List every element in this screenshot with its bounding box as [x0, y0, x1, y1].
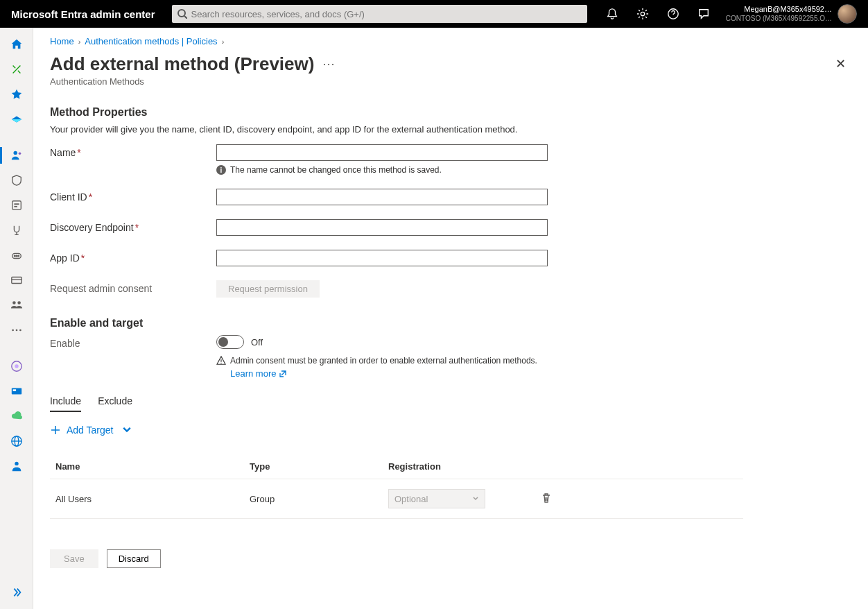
svg-point-16 [17, 301, 21, 304]
svg-point-5 [18, 153, 21, 155]
feedback-icon[interactable] [690, 0, 718, 28]
nav-global[interactable] [0, 430, 33, 452]
nav-more[interactable] [0, 319, 33, 341]
enable-warning: Admin consent must be granted in order t… [230, 356, 537, 366]
col-type: Type [244, 454, 383, 479]
svg-point-4 [13, 151, 17, 155]
svg-line-1 [184, 16, 187, 19]
enable-toggle[interactable] [216, 335, 244, 349]
learn-more-link[interactable]: Learn more [230, 368, 287, 379]
page-subtitle: Authentication Methods [50, 76, 335, 87]
col-registration: Registration [383, 454, 535, 479]
nav-protection[interactable] [0, 169, 33, 191]
account-menu[interactable]: MeganB@M365x49592… CONTOSO (M365X4959225… [720, 4, 857, 24]
svg-rect-13 [11, 277, 21, 284]
warning-icon [216, 356, 226, 366]
registration-select: Optional [388, 489, 485, 508]
discovery-input[interactable] [216, 219, 548, 236]
chevron-down-icon [121, 424, 132, 436]
nav-groups[interactable] [0, 294, 33, 316]
nav-diagnose[interactable] [0, 58, 33, 80]
nav-learn[interactable] [0, 355, 33, 377]
clientid-input[interactable] [216, 189, 548, 205]
method-properties-heading: Method Properties [50, 106, 851, 119]
save-button: Save [50, 549, 98, 568]
svg-point-10 [14, 255, 15, 257]
left-nav [0, 28, 33, 609]
header-actions: MeganB@M365x49592… CONTOSO (M365X4959225… [598, 0, 857, 28]
notifications-icon[interactable] [598, 0, 626, 28]
search-input[interactable] [191, 9, 582, 19]
nav-cloud[interactable] [0, 405, 33, 427]
nav-billing[interactable] [0, 269, 33, 291]
svg-rect-23 [12, 389, 16, 391]
svg-point-11 [16, 255, 17, 257]
enable-label: Enable [50, 335, 216, 349]
add-target-label: Add Target [67, 424, 113, 436]
nav-permissions[interactable] [0, 244, 33, 266]
nav-home[interactable] [0, 33, 33, 55]
request-permission-button: Request permission [216, 280, 320, 298]
settings-icon[interactable] [629, 0, 657, 28]
svg-rect-6 [12, 201, 21, 210]
clientid-label: Client ID [50, 191, 87, 203]
name-input[interactable] [216, 144, 548, 161]
avatar [837, 4, 857, 24]
enable-toggle-state: Off [251, 337, 263, 348]
nav-verified-id[interactable] [0, 219, 33, 241]
row-name: All Users [50, 479, 244, 519]
chevron-down-icon [472, 495, 479, 502]
svg-point-29 [220, 363, 221, 363]
enable-target-heading: Enable and target [50, 317, 851, 329]
nav-governance[interactable] [0, 194, 33, 216]
svg-point-18 [15, 329, 17, 332]
global-search[interactable] [172, 5, 587, 23]
svg-point-27 [15, 462, 18, 465]
breadcrumb-home[interactable]: Home [50, 36, 74, 46]
chevron-right-icon: › [78, 37, 81, 46]
nav-expand[interactable] [0, 581, 33, 603]
consent-label: Request admin consent [50, 280, 216, 294]
discovery-label: Discovery Endpoint [50, 222, 134, 233]
plus-icon [50, 424, 61, 436]
appid-label: App ID [50, 252, 80, 264]
add-target-button[interactable]: Add Target [50, 424, 132, 436]
tab-exclude[interactable]: Exclude [98, 395, 132, 412]
method-properties-description: Your provider will give you the name, cl… [50, 124, 851, 135]
main-content: Home › Authentication methods | Policies… [33, 28, 868, 609]
discard-button[interactable]: Discard [107, 549, 161, 568]
svg-rect-7 [14, 203, 19, 205]
close-icon[interactable]: ✕ [830, 53, 851, 74]
breadcrumb: Home › Authentication methods | Policies… [50, 36, 851, 46]
footer-actions: Save Discard [50, 538, 851, 579]
info-icon: i [216, 165, 226, 175]
svg-point-17 [12, 329, 14, 332]
more-actions-icon[interactable]: ··· [322, 57, 335, 71]
svg-point-0 [178, 10, 185, 17]
tab-include[interactable]: Include [50, 395, 81, 412]
external-link-icon [279, 370, 287, 378]
svg-point-15 [12, 301, 16, 304]
search-icon [177, 9, 187, 19]
account-user: MeganB@M365x49592… [726, 5, 832, 14]
breadcrumb-authmethods[interactable]: Authentication methods | Policies [85, 36, 217, 46]
appid-input[interactable] [216, 250, 548, 266]
nav-identity[interactable] [0, 108, 33, 130]
top-bar: Microsoft Entra admin center MeganB@M365… [0, 0, 868, 28]
nav-card[interactable] [0, 380, 33, 402]
svg-rect-8 [14, 206, 17, 207]
name-label: Name [50, 147, 76, 158]
nav-favorites[interactable] [0, 83, 33, 105]
nav-users[interactable] [0, 144, 33, 166]
table-row: All Users Group Optional [50, 479, 743, 519]
help-icon[interactable] [659, 0, 687, 28]
brand-label: Microsoft Entra admin center [11, 8, 155, 20]
nav-person[interactable] [0, 455, 33, 477]
name-hint: The name cannot be changed once this met… [230, 165, 442, 175]
delete-icon[interactable] [541, 492, 552, 504]
svg-point-12 [17, 255, 19, 257]
col-name: Name [50, 454, 244, 479]
svg-point-19 [19, 329, 21, 332]
account-tenant: CONTOSO (M365X49592255.O… [726, 15, 832, 23]
svg-point-21 [15, 364, 18, 368]
